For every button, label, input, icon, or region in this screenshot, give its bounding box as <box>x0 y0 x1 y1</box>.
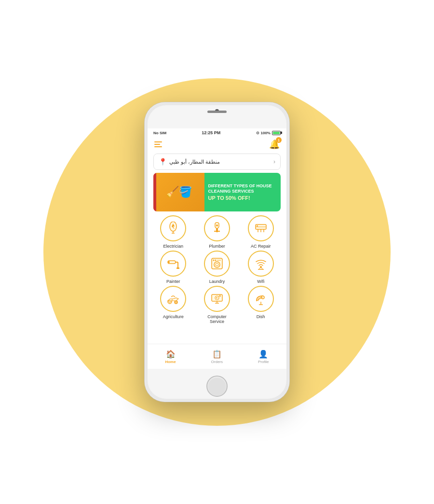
computer-icon-circle <box>204 286 230 312</box>
painter-svg <box>166 257 180 270</box>
service-ac[interactable]: AC Repair <box>244 215 278 249</box>
banner-image: 🧹🪣 <box>153 173 204 211</box>
status-right: ⊙ 100% <box>256 131 281 135</box>
location-pin-icon: 📍 <box>159 158 167 166</box>
svg-point-20 <box>213 260 214 261</box>
service-electrician[interactable]: Electrician <box>156 215 190 249</box>
phone-body: No SIM 12:25 PM ⊙ 100% <box>145 102 289 402</box>
battery-icon <box>272 131 281 135</box>
svg-rect-8 <box>257 225 258 226</box>
service-laundry[interactable]: Laundry <box>200 251 234 284</box>
profile-nav-label: Profile <box>258 360 269 364</box>
svg-point-30 <box>169 301 171 303</box>
computer-svg <box>210 292 224 306</box>
home-nav-label: Home <box>165 360 176 364</box>
location-chevron-icon: › <box>273 158 275 165</box>
electrician-icon-circle <box>160 215 186 241</box>
phone-inner: No SIM 12:25 PM ⊙ 100% <box>148 105 286 399</box>
svg-point-13 <box>168 261 170 263</box>
banner-strip <box>153 173 156 211</box>
ac-svg <box>254 222 268 235</box>
wifi-svg <box>254 257 268 270</box>
phone-mockup: No SIM 12:25 PM ⊙ 100% <box>145 102 289 402</box>
notification-button[interactable]: 🔔 1 <box>269 139 280 150</box>
svg-rect-16 <box>176 267 179 269</box>
banner-discount: UP TO 50% OFF! <box>208 195 277 201</box>
wifi-icon-circle <box>248 251 274 277</box>
location-bar[interactable]: 📍 منطقة المطار، أبو ظبي › <box>153 154 281 170</box>
dish-label: Dish <box>257 314 265 319</box>
nav-profile[interactable]: 👤 Profile <box>258 350 269 364</box>
ac-icon-circle <box>248 215 274 241</box>
services-row-1: Electrician Plumber <box>151 215 283 249</box>
service-dish[interactable]: Dish <box>244 286 278 324</box>
agriculture-svg <box>166 292 180 306</box>
menu-line-1 <box>154 141 162 142</box>
dish-icon-circle <box>248 286 274 312</box>
banner-title: DIFFERENT TYPES OF HOUSE CLEANING SERVIC… <box>208 183 277 194</box>
status-bar: No SIM 12:25 PM ⊙ 100% <box>148 128 286 136</box>
battery-percent-text: 100% <box>261 131 271 135</box>
banner-text-area: DIFFERENT TYPES OF HOUSE CLEANING SERVIC… <box>204 173 281 211</box>
laundry-svg <box>210 257 224 270</box>
dish-svg <box>254 292 268 306</box>
banner-emoji: 🧹🪣 <box>153 173 204 211</box>
services-row-3: Agriculture <box>151 286 283 324</box>
svg-point-31 <box>176 302 177 303</box>
profile-nav-icon: 👤 <box>258 350 268 359</box>
electrician-svg <box>166 222 180 235</box>
wifi-label: Wifi <box>257 279 264 284</box>
svg-point-21 <box>215 260 216 261</box>
service-computer[interactable]: Computer Service <box>200 286 234 324</box>
service-agriculture[interactable]: Agriculture <box>156 286 190 324</box>
computer-service-label: Computer Service <box>200 314 234 324</box>
nav-home[interactable]: 🏠 Home <box>165 350 176 364</box>
menu-line-2 <box>154 144 160 145</box>
time-text: 12:25 PM <box>202 130 220 135</box>
agriculture-icon-circle <box>160 286 186 312</box>
battery-fill <box>273 132 280 134</box>
notification-badge: 1 <box>276 137 282 143</box>
home-nav-icon: 🏠 <box>166 350 176 359</box>
service-plumber[interactable]: Plumber <box>200 215 234 249</box>
plumber-label: Plumber <box>209 244 225 249</box>
app-header: 🔔 1 <box>148 136 286 152</box>
svg-point-5 <box>216 224 218 226</box>
wifi-status-icon: ⊙ <box>256 131 259 135</box>
painter-label: Painter <box>166 279 180 284</box>
carrier-text: No SIM <box>153 131 166 135</box>
plumber-svg <box>210 222 224 235</box>
laundry-label: Laundry <box>209 279 225 284</box>
bottom-navigation: 🏠 Home 📋 Orders 👤 Profile <box>148 344 286 369</box>
painter-icon-circle <box>160 251 186 277</box>
nav-orders[interactable]: 📋 Orders <box>211 350 223 364</box>
laundry-icon-circle <box>204 251 230 277</box>
ac-label: AC Repair <box>251 244 271 249</box>
service-painter[interactable]: Painter <box>156 251 190 284</box>
app-screen: No SIM 12:25 PM ⊙ 100% <box>148 128 286 369</box>
orders-nav-icon: 📋 <box>212 350 222 359</box>
services-row-2: Painter <box>151 251 283 284</box>
location-text: منطقة المطار، أبو ظبي <box>169 159 220 165</box>
menu-line-3 <box>154 146 162 147</box>
agriculture-label: Agriculture <box>163 314 184 319</box>
service-wifi[interactable]: Wifi <box>244 251 278 284</box>
promo-banner[interactable]: 🧹🪣 DIFFERENT TYPES OF HOUSE CLEANING SER… <box>153 173 281 211</box>
plumber-icon-circle <box>204 215 230 241</box>
electrician-label: Electrician <box>163 244 184 249</box>
menu-button[interactable] <box>154 141 162 147</box>
location-left: 📍 منطقة المطار، أبو ظبي <box>159 158 220 166</box>
orders-nav-label: Orders <box>211 360 223 364</box>
phone-speaker <box>207 111 227 113</box>
home-button[interactable] <box>206 376 228 397</box>
